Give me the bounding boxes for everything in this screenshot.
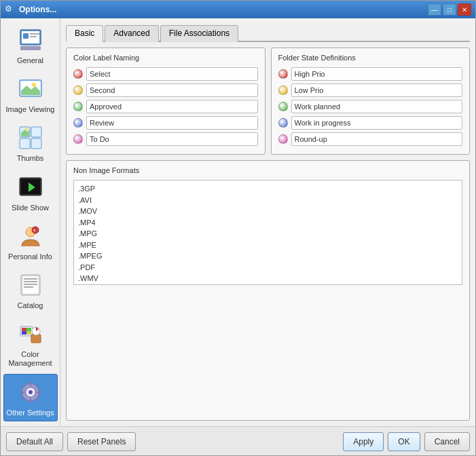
format-item: .MPE: [78, 240, 458, 251]
color-dot-1: [73, 86, 83, 95]
non-image-title: Non Image Formats: [73, 166, 462, 174]
format-item: .AVI: [78, 195, 458, 206]
svg-rect-32: [31, 335, 41, 343]
color-dot-3: [73, 118, 83, 128]
sidebar-item-color-management[interactable]: Color Management: [3, 316, 58, 372]
sidebar-label-color-management: Color Management: [6, 350, 55, 368]
color-label-row-3: Review: [73, 116, 258, 130]
sidebar-icon-image-viewing: [16, 75, 45, 103]
sidebar-label-other-settings: Other Settings: [6, 408, 54, 417]
color-label-row-1: Second: [73, 83, 258, 97]
minimize-button[interactable]: —: [428, 3, 441, 16]
color-label-input-2[interactable]: Approved: [86, 100, 258, 113]
format-item: .MOV: [78, 206, 458, 217]
color-dot-4: [73, 134, 83, 144]
format-item: .SWF: [78, 284, 458, 286]
color-label-row-4: To Do: [73, 132, 258, 146]
folder-state-title: Folder State Definitions: [278, 54, 463, 62]
folder-state-row-2: Work planned: [278, 100, 463, 113]
cancel-button[interactable]: Cancel: [424, 432, 470, 451]
folder-state-label-0[interactable]: High Prio: [291, 67, 463, 81]
sidebar-label-thumbs: Thumbs: [17, 154, 44, 163]
tabs: Basic Advanced File Associations: [66, 24, 470, 42]
sidebar-label-catalog: Catalog: [18, 301, 43, 310]
format-item: .3GP: [78, 183, 458, 195]
titlebar-buttons: — □ ✕: [428, 3, 471, 16]
apply-button[interactable]: Apply: [343, 432, 384, 451]
folder-state-row-1: Low Prio: [278, 83, 463, 97]
svg-rect-38: [30, 398, 31, 402]
sidebar-label-general: General: [17, 56, 43, 65]
folder-state-label-3[interactable]: Work in progress: [291, 116, 463, 130]
folder-state-label-4[interactable]: Round-up: [291, 132, 463, 146]
sidebar-icon-color-management: [16, 320, 45, 348]
svg-point-8: [32, 83, 36, 87]
tab-file-associations[interactable]: File Associations: [160, 25, 238, 42]
folder-state-dot-2: [278, 102, 288, 111]
sidebar-item-slide-show[interactable]: Slide Show: [3, 169, 58, 216]
main-content: Basic Advanced File Associations Color L…: [60, 18, 475, 426]
sidebar-icon-thumbs: [16, 124, 45, 152]
color-label-panel: Color Label Naming SelectSecondApprovedR…: [66, 48, 266, 155]
window-icon: ⚙: [5, 4, 16, 15]
format-item: .PDF: [78, 262, 458, 273]
tab-advanced[interactable]: Advanced: [105, 25, 158, 42]
svg-rect-40: [37, 392, 41, 393]
default-all-button[interactable]: Default All: [6, 432, 63, 451]
sidebar-item-image-viewing[interactable]: Image Viewing: [3, 71, 58, 118]
sidebar-item-thumbs[interactable]: Thumbs: [3, 119, 58, 167]
format-item: .MP4: [78, 217, 458, 229]
folder-state-row-4: Round-up: [278, 132, 463, 146]
color-dot-2: [73, 102, 83, 111]
bottom-bar: Default All Reset Panels Apply OK Cancel: [1, 426, 475, 455]
close-button[interactable]: ✕: [458, 3, 471, 16]
titlebar-left: ⚙ Options...: [5, 4, 56, 15]
content-area: GeneralImage ViewingThumbsSlide Show*Per…: [1, 18, 475, 426]
folder-state-label-2[interactable]: Work planned: [291, 100, 463, 113]
titlebar: ⚙ Options... — □ ✕: [1, 1, 475, 18]
sidebar-item-general[interactable]: General: [3, 22, 58, 69]
sidebar-icon-general: [16, 26, 45, 54]
sidebar-icon-catalog: [16, 271, 45, 299]
sidebar-item-catalog[interactable]: Catalog: [3, 267, 58, 314]
color-label-row-0: Select: [73, 67, 258, 81]
folder-state-dot-3: [278, 118, 288, 128]
tab-basic[interactable]: Basic: [66, 25, 103, 42]
svg-rect-1: [20, 46, 41, 50]
sidebar-label-image-viewing: Image Viewing: [6, 105, 55, 114]
top-panels: Color Label Naming SelectSecondApprovedR…: [66, 48, 470, 155]
sidebar-item-personal-info[interactable]: *Personal Info: [3, 218, 58, 265]
maximize-button[interactable]: □: [443, 3, 456, 16]
sidebar-icon-other-settings: [16, 378, 45, 406]
svg-rect-25: [24, 286, 33, 288]
options-window: ⚙ Options... — □ ✕ GeneralImage ViewingT…: [0, 0, 476, 456]
color-label-input-0[interactable]: Select: [86, 67, 258, 81]
window-title: Options...: [19, 5, 56, 14]
folder-state-row-3: Work in progress: [278, 116, 463, 130]
svg-rect-31: [26, 331, 31, 335]
reset-panels-button[interactable]: Reset Panels: [67, 432, 136, 451]
svg-rect-5: [30, 36, 37, 37]
color-labels-container: SelectSecondApprovedReviewTo Do: [73, 67, 258, 146]
non-image-panel: Non Image Formats .3GP.AVI.MOV.MP4.MPG.M…: [66, 160, 470, 421]
svg-rect-37: [30, 382, 31, 386]
color-label-input-1[interactable]: Second: [86, 83, 258, 97]
folder-state-label-1[interactable]: Low Prio: [291, 83, 463, 97]
non-image-formats-list[interactable]: .3GP.AVI.MOV.MP4.MPG.MPE.MPEG.PDF.WMV.SW…: [73, 180, 462, 285]
svg-rect-12: [31, 138, 41, 149]
folder-state-dot-0: [278, 69, 288, 79]
folder-state-panel: Folder State Definitions High PrioLow Pr…: [271, 48, 471, 155]
folder-state-dot-1: [278, 86, 288, 95]
color-label-input-3[interactable]: Review: [86, 116, 258, 130]
color-label-title: Color Label Naming: [73, 54, 258, 62]
folder-state-container: High PrioLow PrioWork plannedWork in pro…: [278, 67, 463, 146]
color-dot-0: [73, 69, 83, 79]
ok-button[interactable]: OK: [388, 432, 420, 451]
svg-rect-23: [24, 281, 37, 282]
svg-rect-29: [26, 328, 31, 331]
tab-basic-content: Color Label Naming SelectSecondApprovedR…: [66, 48, 470, 421]
color-label-input-4[interactable]: To Do: [86, 132, 258, 146]
svg-rect-39: [20, 392, 24, 393]
formats-container: .3GP.AVI.MOV.MP4.MPG.MPE.MPEG.PDF.WMV.SW…: [75, 182, 460, 285]
sidebar-item-other-settings[interactable]: Other Settings: [3, 374, 58, 421]
